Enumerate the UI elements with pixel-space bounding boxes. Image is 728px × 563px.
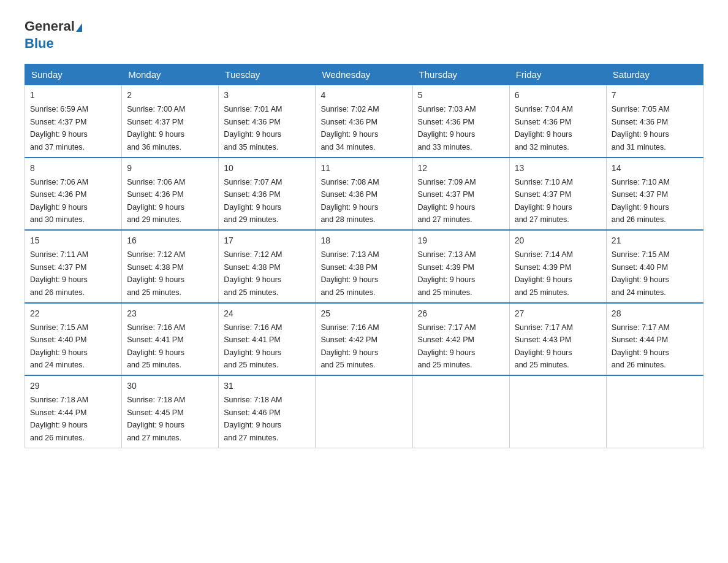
day-number: 30 <box>127 380 213 393</box>
calendar-week-row: 8 Sunrise: 7:06 AMSunset: 4:36 PMDayligh… <box>25 158 703 231</box>
calendar-cell: 11 Sunrise: 7:08 AMSunset: 4:36 PMDaylig… <box>316 158 412 231</box>
calendar-cell: 19 Sunrise: 7:13 AMSunset: 4:39 PMDaylig… <box>412 230 509 303</box>
calendar-cell: 30 Sunrise: 7:18 AMSunset: 4:45 PMDaylig… <box>122 375 219 448</box>
day-info: Sunrise: 7:03 AMSunset: 4:36 PMDaylight:… <box>418 105 476 151</box>
day-number: 7 <box>612 89 698 102</box>
day-number: 25 <box>320 307 407 320</box>
calendar-week-row: 22 Sunrise: 7:15 AMSunset: 4:40 PMDaylig… <box>25 303 703 376</box>
day-number: 12 <box>418 162 504 175</box>
day-number: 15 <box>30 234 116 247</box>
day-info: Sunrise: 7:12 AMSunset: 4:38 PMDaylight:… <box>127 250 185 296</box>
calendar-cell: 24 Sunrise: 7:16 AMSunset: 4:41 PMDaylig… <box>219 303 316 376</box>
calendar-cell: 8 Sunrise: 7:06 AMSunset: 4:36 PMDayligh… <box>25 158 122 231</box>
day-number: 11 <box>320 162 407 175</box>
day-info: Sunrise: 7:04 AMSunset: 4:36 PMDaylight:… <box>515 105 573 151</box>
day-number: 17 <box>224 234 310 247</box>
calendar-table: SundayMondayTuesdayWednesdayThursdayFrid… <box>25 64 703 448</box>
day-number: 26 <box>418 307 504 320</box>
day-number: 21 <box>612 234 698 247</box>
day-number: 28 <box>612 307 698 320</box>
calendar-cell: 4 Sunrise: 7:02 AMSunset: 4:36 PMDayligh… <box>316 85 412 158</box>
day-number: 1 <box>30 89 116 102</box>
day-info: Sunrise: 7:16 AMSunset: 4:41 PMDaylight:… <box>127 323 185 369</box>
day-number: 4 <box>320 89 407 102</box>
day-info: Sunrise: 7:18 AMSunset: 4:44 PMDaylight:… <box>30 396 88 442</box>
day-header-sunday: Sunday <box>25 64 122 85</box>
calendar-cell: 28 Sunrise: 7:17 AMSunset: 4:44 PMDaylig… <box>606 303 703 376</box>
day-info: Sunrise: 7:17 AMSunset: 4:42 PMDaylight:… <box>418 323 476 369</box>
day-info: Sunrise: 7:08 AMSunset: 4:36 PMDaylight:… <box>320 178 379 224</box>
day-number: 10 <box>224 162 310 175</box>
calendar-cell <box>412 375 509 448</box>
calendar-cell: 7 Sunrise: 7:05 AMSunset: 4:36 PMDayligh… <box>606 85 703 158</box>
calendar-cell: 16 Sunrise: 7:12 AMSunset: 4:38 PMDaylig… <box>122 230 219 303</box>
day-info: Sunrise: 7:10 AMSunset: 4:37 PMDaylight:… <box>612 178 670 224</box>
day-info: Sunrise: 7:12 AMSunset: 4:38 PMDaylight:… <box>224 250 282 296</box>
day-info: Sunrise: 7:15 AMSunset: 4:40 PMDaylight:… <box>612 250 670 296</box>
calendar-cell: 5 Sunrise: 7:03 AMSunset: 4:36 PMDayligh… <box>412 85 509 158</box>
day-info: Sunrise: 7:02 AMSunset: 4:36 PMDaylight:… <box>320 105 379 151</box>
day-info: Sunrise: 7:13 AMSunset: 4:38 PMDaylight:… <box>320 250 379 296</box>
calendar-header-row: SundayMondayTuesdayWednesdayThursdayFrid… <box>25 64 703 85</box>
day-number: 2 <box>127 89 213 102</box>
day-number: 19 <box>418 234 504 247</box>
day-info: Sunrise: 7:17 AMSunset: 4:44 PMDaylight:… <box>612 323 670 369</box>
day-info: Sunrise: 7:13 AMSunset: 4:39 PMDaylight:… <box>418 250 476 296</box>
calendar-cell: 2 Sunrise: 7:00 AMSunset: 4:37 PMDayligh… <box>122 85 219 158</box>
calendar-cell: 18 Sunrise: 7:13 AMSunset: 4:38 PMDaylig… <box>316 230 412 303</box>
day-number: 3 <box>224 89 310 102</box>
day-info: Sunrise: 7:00 AMSunset: 4:37 PMDaylight:… <box>127 105 185 151</box>
day-number: 27 <box>515 307 601 320</box>
calendar-cell <box>606 375 703 448</box>
calendar-cell: 13 Sunrise: 7:10 AMSunset: 4:37 PMDaylig… <box>509 158 606 231</box>
day-header-monday: Monday <box>122 64 219 85</box>
day-info: Sunrise: 7:10 AMSunset: 4:37 PMDaylight:… <box>515 178 573 224</box>
calendar-week-row: 29 Sunrise: 7:18 AMSunset: 4:44 PMDaylig… <box>25 375 703 448</box>
calendar-cell: 31 Sunrise: 7:18 AMSunset: 4:46 PMDaylig… <box>219 375 316 448</box>
day-info: Sunrise: 7:11 AMSunset: 4:37 PMDaylight:… <box>30 250 88 296</box>
day-info: Sunrise: 7:01 AMSunset: 4:36 PMDaylight:… <box>224 105 282 151</box>
calendar-cell <box>509 375 606 448</box>
day-number: 16 <box>127 234 213 247</box>
day-info: Sunrise: 7:18 AMSunset: 4:46 PMDaylight:… <box>224 396 282 442</box>
calendar-cell: 21 Sunrise: 7:15 AMSunset: 4:40 PMDaylig… <box>606 230 703 303</box>
calendar-cell: 10 Sunrise: 7:07 AMSunset: 4:36 PMDaylig… <box>219 158 316 231</box>
day-number: 14 <box>612 162 698 175</box>
calendar-cell: 9 Sunrise: 7:06 AMSunset: 4:36 PMDayligh… <box>122 158 219 231</box>
day-info: Sunrise: 6:59 AMSunset: 4:37 PMDaylight:… <box>30 105 88 151</box>
day-header-wednesday: Wednesday <box>316 64 412 85</box>
page-header: General Blue <box>25 18 703 52</box>
logo-text: General <box>25 18 82 34</box>
calendar-week-row: 15 Sunrise: 7:11 AMSunset: 4:37 PMDaylig… <box>25 230 703 303</box>
calendar-cell: 17 Sunrise: 7:12 AMSunset: 4:38 PMDaylig… <box>219 230 316 303</box>
calendar-cell: 14 Sunrise: 7:10 AMSunset: 4:37 PMDaylig… <box>606 158 703 231</box>
day-number: 23 <box>127 307 213 320</box>
day-number: 8 <box>30 162 116 175</box>
day-number: 24 <box>224 307 310 320</box>
calendar-cell <box>316 375 412 448</box>
day-number: 9 <box>127 162 213 175</box>
day-info: Sunrise: 7:16 AMSunset: 4:42 PMDaylight:… <box>320 323 379 369</box>
day-header-saturday: Saturday <box>606 64 703 85</box>
day-info: Sunrise: 7:06 AMSunset: 4:36 PMDaylight:… <box>30 178 88 224</box>
day-info: Sunrise: 7:15 AMSunset: 4:40 PMDaylight:… <box>30 323 88 369</box>
day-number: 18 <box>320 234 407 247</box>
day-number: 5 <box>418 89 504 102</box>
calendar-cell: 1 Sunrise: 6:59 AMSunset: 4:37 PMDayligh… <box>25 85 122 158</box>
day-header-thursday: Thursday <box>412 64 509 85</box>
day-info: Sunrise: 7:17 AMSunset: 4:43 PMDaylight:… <box>515 323 573 369</box>
day-number: 20 <box>515 234 601 247</box>
day-info: Sunrise: 7:06 AMSunset: 4:36 PMDaylight:… <box>127 178 185 224</box>
day-number: 29 <box>30 380 116 393</box>
day-info: Sunrise: 7:09 AMSunset: 4:37 PMDaylight:… <box>418 178 476 224</box>
calendar-cell: 6 Sunrise: 7:04 AMSunset: 4:36 PMDayligh… <box>509 85 606 158</box>
calendar-cell: 27 Sunrise: 7:17 AMSunset: 4:43 PMDaylig… <box>509 303 606 376</box>
day-number: 13 <box>515 162 601 175</box>
day-info: Sunrise: 7:05 AMSunset: 4:36 PMDaylight:… <box>612 105 670 151</box>
logo-blue: Blue <box>25 36 82 52</box>
calendar-week-row: 1 Sunrise: 6:59 AMSunset: 4:37 PMDayligh… <box>25 85 703 158</box>
calendar-cell: 3 Sunrise: 7:01 AMSunset: 4:36 PMDayligh… <box>219 85 316 158</box>
calendar-cell: 26 Sunrise: 7:17 AMSunset: 4:42 PMDaylig… <box>412 303 509 376</box>
calendar-cell: 20 Sunrise: 7:14 AMSunset: 4:39 PMDaylig… <box>509 230 606 303</box>
calendar-cell: 15 Sunrise: 7:11 AMSunset: 4:37 PMDaylig… <box>25 230 122 303</box>
